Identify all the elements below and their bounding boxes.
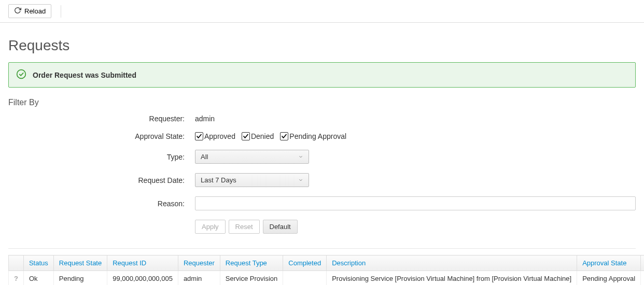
value-approval-state: Approved Denied Pending Approval [195, 132, 636, 140]
col-description[interactable]: Description [327, 255, 577, 271]
filter-form: Requester: admin Approval State: Approve… [8, 115, 636, 234]
table-row[interactable]: ? Ok Pending 99,000,000,000,005 admin Se… [9, 271, 645, 286]
col-trailing [641, 255, 644, 271]
value-requester: admin [195, 115, 636, 123]
chevron-down-icon [298, 153, 303, 161]
cell-completed [283, 271, 327, 286]
checkbox-approved-label: Approved [204, 132, 235, 140]
label-request-date: Request Date: [8, 176, 195, 184]
label-requester: Requester: [8, 115, 195, 123]
cell-trailing [641, 271, 644, 286]
cell-requester: admin [178, 271, 220, 286]
label-reason: Reason: [8, 200, 195, 208]
request-date-select-value: Last 7 Days [201, 176, 236, 184]
checkbox-pending-label: Pending Approval [289, 132, 346, 140]
col-requester[interactable]: Requester [178, 255, 220, 271]
label-approval-state: Approval State: [8, 132, 195, 140]
toolbar: Reload [0, 0, 644, 23]
checkbox-approved[interactable] [195, 132, 203, 140]
cell-approval-state: Pending Approval [577, 271, 641, 286]
cell-request-type: Service Provision [220, 271, 283, 286]
request-date-select[interactable]: Last 7 Days [195, 173, 309, 187]
col-request-state[interactable]: Request State [53, 255, 107, 271]
check-circle-icon [16, 69, 26, 81]
col-request-type[interactable]: Request Type [220, 255, 283, 271]
col-request-id[interactable]: Request ID [107, 255, 178, 271]
cell-description: Provisioning Service [Provision Virtual … [327, 271, 577, 286]
reload-icon [14, 7, 21, 16]
alert-success: Order Request was Submitted [8, 62, 636, 88]
label-type: Type: [8, 153, 195, 161]
col-status[interactable]: Status [23, 255, 53, 271]
reset-button[interactable]: Reset [229, 220, 260, 234]
reason-input[interactable] [195, 196, 636, 210]
col-icon [9, 255, 24, 271]
toolbar-separator [61, 5, 61, 18]
page-title: Requests [8, 37, 636, 54]
type-select-value: All [201, 153, 208, 161]
cell-request-id: 99,000,000,000,005 [107, 271, 178, 286]
col-approval-state[interactable]: Approval State [577, 255, 641, 271]
cell-status: Ok [23, 271, 53, 286]
checkbox-denied[interactable] [242, 132, 250, 140]
cell-request-state: Pending [53, 271, 107, 286]
filter-button-row: Apply Reset Default [195, 220, 636, 234]
apply-button[interactable]: Apply [195, 220, 226, 234]
divider [8, 248, 636, 249]
row-status-icon: ? [14, 275, 18, 282]
col-completed[interactable]: Completed [283, 255, 327, 271]
reload-button[interactable]: Reload [8, 4, 51, 18]
requests-table: Status Request State Request ID Requeste… [8, 255, 644, 285]
checkbox-pending[interactable] [280, 132, 288, 140]
default-button[interactable]: Default [263, 220, 298, 234]
reload-label: Reload [24, 7, 46, 15]
checkbox-denied-label: Denied [251, 132, 274, 140]
svg-point-0 [17, 70, 26, 79]
alert-message: Order Request was Submitted [33, 71, 136, 79]
type-select[interactable]: All [195, 150, 309, 164]
filter-section-title: Filter By [8, 98, 636, 107]
page-body: Requests Order Request was Submitted Fil… [0, 23, 644, 285]
chevron-down-icon [298, 176, 303, 184]
